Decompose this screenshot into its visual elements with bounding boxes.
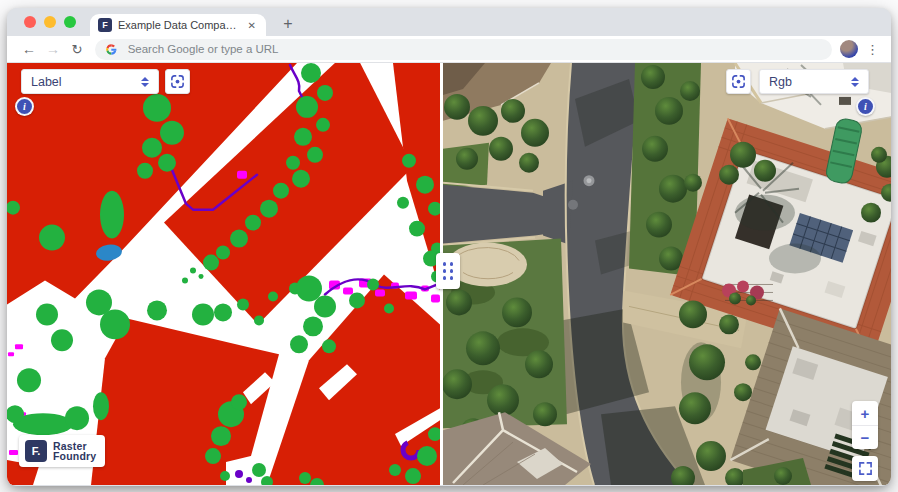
select-stepper-icon	[851, 77, 859, 87]
refresh-icon[interactable]: ↻	[65, 37, 89, 61]
tab-strip: F Example Data Comparison App ✕ +	[7, 8, 891, 36]
forward-icon[interactable]: →	[41, 37, 65, 61]
raster-foundry-logo: F. Raster Foundry	[19, 435, 105, 467]
zoom-in-button[interactable]: +	[852, 401, 878, 425]
rgb-map-pane: Rgb i + −	[443, 63, 891, 485]
minimize-window-button[interactable]	[44, 16, 56, 28]
select-stepper-icon	[141, 77, 149, 87]
close-window-button[interactable]	[24, 16, 36, 28]
zoom-control: + −	[852, 401, 878, 449]
browser-toolbar: ← → ↻ ⋮	[7, 36, 891, 63]
left-info-button[interactable]: i	[15, 97, 34, 116]
address-input[interactable]	[126, 42, 822, 56]
tab-title: Example Data Comparison App	[118, 19, 240, 31]
right-info-button[interactable]: i	[856, 97, 875, 116]
browser-tab[interactable]: F Example Data Comparison App ✕	[90, 14, 266, 36]
browser-window: F Example Data Comparison App ✕ + ← → ↻ …	[7, 8, 891, 486]
tab-favicon: F	[98, 18, 112, 32]
profile-avatar[interactable]	[840, 40, 858, 58]
zoom-window-button[interactable]	[64, 16, 76, 28]
left-recenter-button[interactable]	[165, 69, 190, 94]
label-map-canvas[interactable]	[7, 63, 440, 485]
back-icon[interactable]: ←	[17, 37, 41, 61]
rgb-map-canvas[interactable]	[443, 63, 891, 485]
tab-close-icon[interactable]: ✕	[246, 20, 258, 31]
right-recenter-button[interactable]	[726, 69, 751, 94]
left-layer-select[interactable]: Label	[21, 69, 159, 94]
google-logo-icon	[105, 43, 118, 56]
map-compare-area: Label i F. Raster Foundry	[7, 63, 891, 485]
info-icon: i	[864, 101, 867, 112]
fullscreen-button[interactable]	[852, 456, 878, 481]
address-bar[interactable]	[95, 39, 832, 60]
kebab-menu-icon[interactable]: ⋮	[864, 42, 881, 57]
right-layer-select[interactable]: Rgb	[759, 69, 869, 94]
crosshair-icon	[731, 74, 746, 89]
label-map-pane: Label i F. Raster Foundry	[7, 63, 440, 485]
fullscreen-icon	[859, 462, 872, 475]
divider-drag-handle[interactable]	[436, 253, 460, 289]
raster-foundry-mark-icon: F.	[25, 440, 47, 462]
zoom-out-button[interactable]: −	[852, 425, 878, 449]
right-layer-value: Rgb	[769, 75, 792, 89]
new-tab-button[interactable]: +	[276, 12, 300, 36]
logo-line2: Foundry	[53, 450, 96, 462]
info-icon: i	[23, 101, 26, 112]
traffic-lights	[24, 16, 76, 28]
crosshair-icon	[170, 74, 185, 89]
left-layer-value: Label	[31, 75, 62, 89]
